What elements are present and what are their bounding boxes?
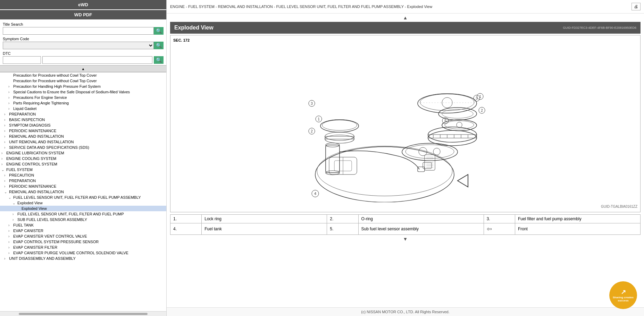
- tree-label-t3: Precaution for Handling High Pressure Fu…: [13, 84, 101, 88]
- tree-item-t31[interactable]: ›EVAP CONTROL SYSTEM PRESSURE SENSOR: [0, 239, 166, 245]
- svg-text:2: 2: [311, 129, 313, 133]
- tree-label-t17: ENGINE CONTROL SYSTEM: [6, 162, 57, 166]
- tree-label-t6: Parts Requiring Angle Tightening: [13, 101, 69, 105]
- tree-item-t15[interactable]: ›ENGINE LUBRICATION SYSTEM: [0, 150, 166, 156]
- tree-item-t26[interactable]: ›FUEL LEVEL SENSOR UNIT, FUEL FILTER AND…: [0, 211, 166, 217]
- svg-text:3: 3: [311, 102, 313, 105]
- title-search-button[interactable]: 🔍: [154, 27, 164, 35]
- tree-item-t29[interactable]: ›EVAP CANISTER: [0, 228, 166, 233]
- tree-chevron-t23: ⌄: [8, 196, 12, 199]
- tree-label-t15: ENGINE LUBRICATION SYSTEM: [6, 151, 64, 155]
- tree-label-t1: Precaution for Procedure without Cowl To…: [13, 73, 97, 77]
- tree-item-t7[interactable]: ›Liquid Gasket: [0, 106, 166, 111]
- tree-chevron-t17: ›: [1, 162, 5, 166]
- tree-item-t8[interactable]: ›PREPARATION: [0, 111, 166, 117]
- diagram-guid: GUID-TGALBIA0161ZZ: [173, 204, 637, 209]
- tree-item-t14[interactable]: ›SERVICE DATA AND SPECIFICATIONS (SDS): [0, 145, 166, 150]
- tree-chevron-t30: ›: [8, 234, 12, 238]
- tree-item-t27[interactable]: ›SUB FUEL LEVEL SENSOR ASSEMBLY: [0, 217, 166, 222]
- symptom-code-select[interactable]: [3, 42, 154, 49]
- tree-item-t22[interactable]: ⌄REMOVAL AND INSTALLATION: [0, 189, 166, 195]
- tree-chevron-t16: ›: [1, 157, 5, 161]
- tree-chevron-t6: ›: [8, 101, 12, 105]
- tree-item-t28[interactable]: ›FUEL TANK: [0, 222, 166, 228]
- left-panel: eWD WD PDF Title Search 🔍 Symptom Code 🔍…: [0, 0, 167, 316]
- tree-item-t33[interactable]: ›EVAP CANISTER PURGE VOLUME CONTROL SOLE…: [0, 250, 166, 256]
- tree-item-t4[interactable]: ›Special Cautions to Ensure the Safe Dis…: [0, 89, 166, 95]
- print-button[interactable]: 🖨: [632, 3, 641, 10]
- nav-down-arrow[interactable]: ▼: [170, 235, 641, 243]
- svg-text:3: 3: [476, 96, 478, 100]
- tree-item-t30[interactable]: ›EVAP CANISTER VENT CONTROL VALVE: [0, 233, 166, 239]
- tree-item-t11[interactable]: ›PERIODIC MAINTENANCE: [0, 128, 166, 134]
- dtc-input-1[interactable]: [3, 56, 41, 64]
- title-search-input[interactable]: [3, 27, 154, 35]
- tree-label-t11: PERIODIC MAINTENANCE: [9, 129, 56, 133]
- tree-chevron-t24: ⌄: [12, 201, 16, 205]
- tree-label-t23: FUEL LEVEL SENSOR UNIT, FUEL FILTER AND …: [13, 195, 141, 199]
- tree-item-t12[interactable]: ›REMOVAL AND INSTALLATION: [0, 134, 166, 139]
- tree-chevron-t21: ›: [4, 185, 8, 188]
- tree-item-t5[interactable]: ›Precautions For Engine Service: [0, 95, 166, 100]
- dtc-input-2[interactable]: [42, 56, 152, 64]
- svg-rect-0: [287, 46, 524, 202]
- tree-label-t20: PREPARATION: [9, 179, 36, 183]
- collapse-arrow: ▲: [82, 67, 85, 71]
- tree-chevron-t4: ›: [8, 90, 12, 94]
- search-section: Title Search 🔍 Symptom Code 🔍 DTC 🔍: [0, 20, 166, 65]
- tree-label-t4: Special Cautions to Ensure the Safe Disp…: [13, 90, 130, 94]
- tree-item-t18[interactable]: ⌄FUEL SYSTEM: [0, 167, 166, 172]
- tree-item-t3[interactable]: ›Precaution for Handling High Pressure F…: [0, 84, 166, 89]
- tree-item-t34[interactable]: ›UNIT DISASSEMBLY AND ASSEMBLY: [0, 256, 166, 261]
- horizontal-scrollbar[interactable]: [19, 313, 147, 315]
- tree-label-t24: Exploded View: [17, 201, 43, 205]
- diagram-box: SEC. 172: [170, 35, 641, 212]
- ewd-button[interactable]: eWD: [0, 0, 166, 9]
- tree-item-t32[interactable]: ›EVAP CANISTER FILTER: [0, 245, 166, 250]
- svg-text:4: 4: [314, 191, 316, 196]
- sec-label: SEC. 172: [173, 38, 637, 42]
- tree-chevron-t12: ›: [4, 135, 8, 138]
- watermark-arrow: ↗: [621, 288, 626, 296]
- tree-item-t10[interactable]: ›SYMPTOM DIAGNOSIS: [0, 122, 166, 128]
- tree-item-t17[interactable]: ›ENGINE CONTROL SYSTEM: [0, 161, 166, 167]
- tree-chevron-t20: ›: [4, 179, 8, 183]
- content-area: ▲ Exploded View GUID-FD327EC3-4DEF-4F6B-…: [167, 14, 644, 307]
- tree-item-t20[interactable]: ›PREPARATION: [0, 178, 166, 183]
- tree-item-t2[interactable]: Precaution for Procedure without Cowl To…: [0, 78, 166, 84]
- tree-item-t13[interactable]: ›UNIT REMOVAL AND INSTALLATION: [0, 139, 166, 145]
- collapse-bar[interactable]: ▲: [0, 65, 166, 72]
- tree-label-t10: SYMPTOM DIAGNOSIS: [9, 123, 51, 127]
- tree-chevron-t18: ⌄: [1, 168, 5, 172]
- svg-text:1: 1: [318, 117, 320, 121]
- exploded-diagram-svg: 4 1: [287, 46, 524, 202]
- tree-item-t24[interactable]: ⌄Exploded View: [0, 200, 166, 206]
- tree-chevron-t22: ⌄: [4, 190, 8, 194]
- parts-name-3: Front: [515, 223, 640, 235]
- tree-item-t16[interactable]: ›ENGINE COOLING SYSTEM: [0, 156, 166, 161]
- wd-pdf-button[interactable]: WD PDF: [0, 10, 166, 19]
- tree-label-t14: SERVICE DATA AND SPECIFICATIONS (SDS): [9, 145, 89, 150]
- tree-container[interactable]: Precaution for Procedure without Cowl To…: [0, 72, 166, 311]
- dtc-search-button[interactable]: 🔍: [154, 56, 164, 64]
- parts-table-row: 4.Fuel tank5.Sub fuel level sensor assem…: [170, 223, 641, 235]
- tree-label-t32: EVAP CANISTER FILTER: [13, 245, 57, 249]
- title-search-label: Title Search: [3, 22, 164, 26]
- tree-item-t9[interactable]: ›BASIC INSPECTION: [0, 117, 166, 122]
- tree-item-t1[interactable]: Precaution for Procedure without Cowl To…: [0, 72, 166, 78]
- tree-item-t21[interactable]: ›PERIODIC MAINTENANCE: [0, 183, 166, 189]
- tree-chevron-t15: ›: [1, 151, 5, 155]
- tree-label-t29: EVAP CANISTER: [13, 229, 43, 233]
- tree-item-t25[interactable]: Exploded View: [0, 206, 166, 211]
- tree-chevron-t10: ›: [4, 123, 8, 127]
- svg-text:2: 2: [481, 109, 483, 112]
- tree-item-t23[interactable]: ⌄FUEL LEVEL SENSOR UNIT, FUEL FILTER AND…: [0, 195, 166, 200]
- tree-chevron-t32: ›: [8, 246, 12, 249]
- tree-item-t6[interactable]: ›Parts Requiring Angle Tightening: [0, 100, 166, 106]
- parts-name-2: Sub fuel level sensor assembly: [358, 223, 484, 235]
- watermark: ↗ Sharing creates success: [609, 281, 637, 309]
- nav-up-arrow[interactable]: ▲: [170, 14, 641, 22]
- symptom-search-button[interactable]: 🔍: [154, 42, 164, 49]
- tree-label-t27: SUB FUEL LEVEL SENSOR ASSEMBLY: [17, 217, 87, 222]
- tree-item-t19[interactable]: ›PRECAUTION: [0, 172, 166, 178]
